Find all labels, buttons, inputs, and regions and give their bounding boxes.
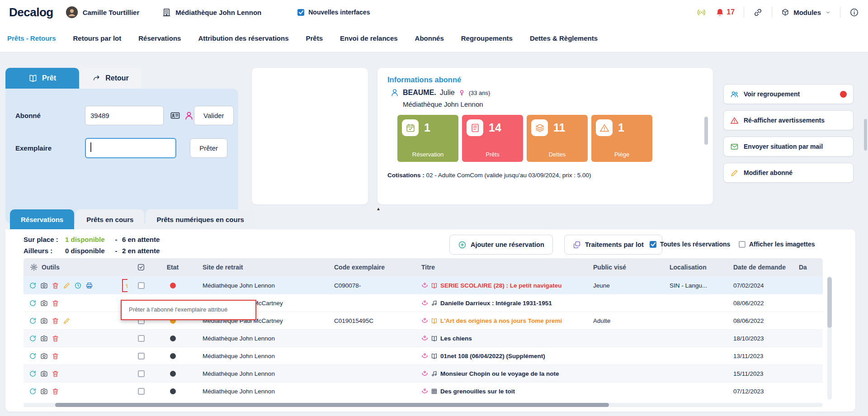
- trash-tool-icon[interactable]: [52, 299, 59, 307]
- abonne-input[interactable]: [85, 106, 164, 125]
- table-vertical-scrollbar[interactable]: [827, 276, 832, 400]
- renew-tool-icon[interactable]: [29, 317, 37, 325]
- filter-show-images[interactable]: Afficher les imagettes: [739, 241, 815, 248]
- row-checkbox[interactable]: [138, 388, 145, 395]
- title-link[interactable]: L'Art des origines à nos jours Tome prem…: [440, 317, 562, 324]
- nav-item-reservations[interactable]: Réservations: [138, 34, 181, 42]
- modifier-abonne-button[interactable]: Modifier abonné: [723, 163, 854, 183]
- tab-retour[interactable]: Retour: [80, 68, 141, 89]
- title-link[interactable]: Des grenouilles sur le toit: [440, 388, 515, 395]
- summary-label: Ailleurs :: [24, 245, 65, 256]
- nav-item-dettes-reglements[interactable]: Dettes & Règlements: [530, 34, 598, 42]
- row-checkbox[interactable]: [138, 370, 145, 377]
- nav-item-attribution-des-reservations[interactable]: Attribution des réservations: [198, 34, 288, 42]
- table-row[interactable]: Médiathèque John Lennon01net 108 (06/04/…: [24, 347, 823, 364]
- page-scrollbar-thumb[interactable]: [864, 119, 867, 151]
- camera-tool-icon[interactable]: [40, 317, 48, 325]
- nav-item-abonnes[interactable]: Abonnés: [415, 34, 444, 42]
- tab-prets-en-cours[interactable]: Prêts en cours: [75, 209, 144, 229]
- modules-menu[interactable]: Modules: [781, 8, 831, 16]
- stat-value: 14: [489, 121, 501, 134]
- tab-pret[interactable]: Prêt: [5, 68, 79, 89]
- info-scrollbar[interactable]: [704, 96, 708, 159]
- stat-card-reservation[interactable]: 1Réservation: [397, 115, 458, 162]
- title-link[interactable]: Danielle Darrieux : Intégrale 1931-1951: [440, 300, 552, 307]
- renew-tool-icon[interactable]: [29, 370, 37, 378]
- stat-card-piege[interactable]: 1Piège: [591, 115, 652, 162]
- trash-tool-icon[interactable]: [52, 282, 59, 289]
- printer-tool-icon[interactable]: [85, 282, 93, 289]
- all-reservations-checkbox[interactable]: [650, 241, 656, 248]
- clock-tool-icon[interactable]: [74, 282, 82, 289]
- camera-tool-icon[interactable]: [40, 335, 48, 342]
- show-images-checkbox[interactable]: [739, 241, 745, 248]
- camera-tool-icon[interactable]: [40, 299, 48, 307]
- id-card-icon[interactable]: [170, 110, 180, 121]
- nav-item-prets-retours[interactable]: Prêts - Retours: [7, 34, 56, 42]
- renew-tool-icon[interactable]: [29, 352, 37, 360]
- tab-prets-numeriques-en-cours[interactable]: Prêts numériques en cours: [146, 209, 255, 229]
- renew-tool-icon[interactable]: [29, 388, 37, 395]
- table-row[interactable]: Médiathèque John LennonDes grenouilles s…: [24, 382, 823, 400]
- renew-tool-icon[interactable]: [29, 282, 37, 289]
- table-row[interactable]: Médiathèque John LennonLes chiens18/10/2…: [24, 329, 823, 347]
- scroll-up-arrow[interactable]: ▲: [376, 206, 381, 211]
- stat-card-prets[interactable]: 14Prêts: [462, 115, 523, 162]
- h-scrollbar-thumb[interactable]: [55, 403, 609, 407]
- stat-card-dettes[interactable]: 11Dettes: [527, 115, 588, 162]
- app-logo[interactable]: Decalog: [9, 5, 53, 19]
- person-icon[interactable]: [184, 111, 194, 121]
- row-checkbox[interactable]: [138, 353, 145, 359]
- nav-item-retours-par-lot[interactable]: Retours par lot: [73, 34, 122, 42]
- title-link[interactable]: Les chiens: [440, 335, 472, 342]
- link-icon[interactable]: [753, 8, 763, 17]
- nav-item-envoi-de-relances[interactable]: Envoi de relances: [340, 34, 398, 42]
- camera-tool-icon[interactable]: [40, 370, 48, 378]
- preter-button[interactable]: Prêter: [190, 138, 227, 158]
- envoyer-situation-par-mail-button[interactable]: Envoyer situation par mail: [723, 137, 854, 156]
- camera-tool-icon[interactable]: [40, 352, 48, 360]
- new-interfaces-toggle[interactable]: Nouvelles interfaces: [297, 9, 370, 16]
- info-scrollbar-thumb[interactable]: [704, 117, 708, 145]
- filter-all-reservations[interactable]: Toutes les réservations: [650, 241, 730, 248]
- voir-regroupement-button[interactable]: Voir regroupement: [723, 84, 854, 104]
- current-library[interactable]: Médiathèque John Lennon: [162, 8, 261, 17]
- trash-tool-icon[interactable]: [52, 317, 59, 325]
- pencil-tool-icon[interactable]: [63, 282, 71, 289]
- title-link[interactable]: 01net 108 (06/04/2022) (Supplément): [440, 353, 545, 359]
- exemplaire-input[interactable]: [85, 138, 176, 158]
- re-afficher-avertissements-button[interactable]: Ré-afficher avertissements: [723, 110, 854, 130]
- current-user[interactable]: Camille Tourtillier: [65, 5, 140, 19]
- nav-item-prets[interactable]: Prêts: [306, 34, 323, 42]
- table-horizontal-scrollbar[interactable]: [24, 403, 823, 407]
- hearing-loop-icon[interactable]: [697, 8, 706, 17]
- nav-item-regroupements[interactable]: Regroupements: [461, 34, 513, 42]
- table-row[interactable]: Médiathèque John LennonMonsieur Chopin o…: [24, 364, 823, 382]
- music-icon: [431, 300, 438, 307]
- row-checkbox[interactable]: [138, 335, 145, 342]
- batch-menu-button[interactable]: Traitements par lot: [564, 235, 662, 255]
- trash-tool-icon[interactable]: [52, 352, 59, 360]
- v-scrollbar-thumb[interactable]: [827, 277, 832, 328]
- title-link[interactable]: Monsieur Chopin ou le voyage de la note: [440, 370, 559, 377]
- pencil-tool-icon[interactable]: [63, 317, 71, 325]
- trash-tool-icon[interactable]: [52, 335, 59, 342]
- trash-tool-icon[interactable]: [52, 370, 59, 378]
- notifications-button[interactable]: 17: [715, 8, 735, 17]
- title-link[interactable]: SERIE SCOLAIRE (28) : Le petit navigateu: [440, 282, 562, 289]
- renew-tool-icon[interactable]: [29, 299, 37, 307]
- valider-button[interactable]: Valider: [194, 106, 234, 125]
- add-reservation-button[interactable]: Ajouter une réservation: [449, 235, 553, 255]
- tab-reservations[interactable]: Réservations: [10, 209, 74, 229]
- page-scrollbar[interactable]: [864, 119, 867, 151]
- table-row[interactable]: Médiathèque John LennonC090078-SERIE SCO…: [24, 276, 823, 294]
- code-cell: [330, 294, 417, 312]
- new-interfaces-checkbox[interactable]: [297, 9, 304, 16]
- camera-tool-icon[interactable]: [40, 388, 48, 395]
- trash-tool-icon[interactable]: [52, 388, 59, 395]
- renew-tool-icon[interactable]: [29, 335, 37, 342]
- row-checkbox[interactable]: [138, 282, 145, 289]
- info-icon[interactable]: [849, 8, 859, 17]
- site-cell: Médiathèque John Lennon: [191, 330, 330, 347]
- camera-tool-icon[interactable]: [40, 282, 48, 289]
